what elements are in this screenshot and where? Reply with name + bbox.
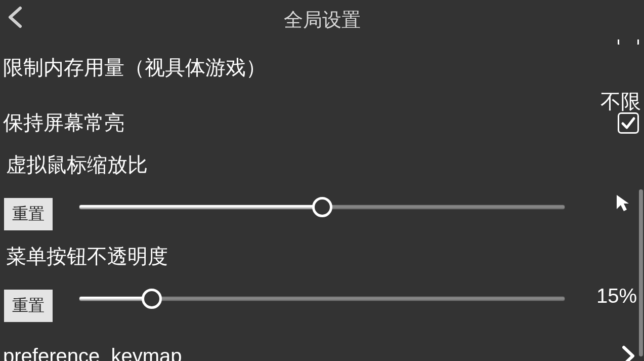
back-button[interactable] bbox=[3, 5, 27, 29]
setting-label: 虚拟鼠标缩放比 bbox=[3, 151, 641, 179]
opacity-value: 15% bbox=[596, 285, 637, 307]
slider-thumb[interactable] bbox=[142, 289, 162, 309]
settings-list: 强制使用默认字体 限制内存用量（视具体游戏） 不限 保持屏幕常亮 虚拟鼠标缩放比… bbox=[0, 39, 644, 361]
checkbox-force-default-font[interactable] bbox=[618, 39, 639, 45]
setting-preference-keymap[interactable]: preference_keymap bbox=[3, 344, 641, 361]
slider-mouse-scale[interactable] bbox=[79, 197, 565, 217]
page-title: 全局设置 bbox=[284, 7, 361, 33]
setting-label: preference_keymap bbox=[3, 345, 182, 362]
setting-keep-screen-on[interactable]: 保持屏幕常亮 bbox=[3, 109, 641, 137]
setting-menu-button-opacity: 菜单按钮不透明度 重置 15% bbox=[3, 243, 641, 320]
slider-opacity[interactable] bbox=[79, 289, 565, 309]
scrollbar[interactable] bbox=[639, 189, 643, 356]
reset-button-opacity[interactable]: 重置 bbox=[4, 290, 53, 322]
cursor-preview-icon bbox=[612, 192, 634, 214]
chevron-right-icon bbox=[620, 344, 637, 361]
setting-label: 菜单按钮不透明度 bbox=[3, 243, 641, 270]
header: 全局设置 bbox=[0, 0, 644, 39]
setting-force-default-font[interactable]: 强制使用默认字体 bbox=[3, 39, 641, 45]
setting-virtual-mouse-scale: 虚拟鼠标缩放比 重置 bbox=[3, 151, 641, 228]
setting-label: 强制使用默认字体 bbox=[3, 39, 165, 43]
slider-thumb[interactable] bbox=[312, 197, 332, 217]
setting-label: 限制内存用量（视具体游戏） bbox=[3, 54, 641, 82]
reset-button-mouse-scale[interactable]: 重置 bbox=[4, 198, 53, 230]
setting-memory-limit[interactable]: 限制内存用量（视具体游戏） 不限 bbox=[3, 54, 641, 82]
setting-label: 保持屏幕常亮 bbox=[3, 109, 124, 137]
memory-limit-value: 不限 bbox=[600, 88, 641, 115]
